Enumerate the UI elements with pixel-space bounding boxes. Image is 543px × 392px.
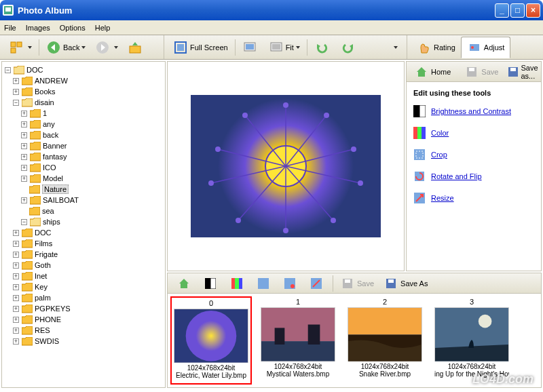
tree-toggle[interactable]: + <box>13 317 19 323</box>
tree-item[interactable]: +Frigate <box>5 249 162 260</box>
tree-item[interactable]: +ICO <box>5 162 162 173</box>
fit-width-button[interactable] <box>238 38 263 57</box>
up-button[interactable] <box>124 38 149 57</box>
tree-toggle[interactable]: + <box>21 165 27 171</box>
tree-item[interactable]: +Model <box>5 173 162 184</box>
tree-item[interactable]: +SAILBOAT <box>5 195 162 205</box>
tree-toggle[interactable]: + <box>13 306 19 312</box>
tree-toggle[interactable]: + <box>13 338 19 345</box>
tab-adjust[interactable]: Adjust <box>461 37 511 58</box>
tree-toggle[interactable]: + <box>13 284 19 290</box>
tree-item[interactable]: +fantasy <box>5 151 162 162</box>
svg-rect-42 <box>510 68 516 71</box>
tool-rotate[interactable]: Rotate and Flip <box>413 170 534 182</box>
undo-icon <box>314 40 329 55</box>
tree-toggle[interactable]: + <box>21 132 27 138</box>
tree-item[interactable]: −ships <box>5 216 162 227</box>
tree-toggle[interactable]: + <box>13 328 19 334</box>
tree-toggle[interactable]: + <box>21 111 27 117</box>
saveas-button[interactable]: Save as... <box>504 62 543 81</box>
tree-toggle[interactable]: + <box>13 252 19 258</box>
tree-toggle[interactable]: − <box>5 67 11 73</box>
tree-item[interactable]: +PGPKEYS <box>5 303 162 314</box>
tree-toggle[interactable]: + <box>13 78 19 84</box>
tree-toggle[interactable]: + <box>21 143 27 149</box>
tool-color[interactable]: Color <box>413 127 534 139</box>
thumb-home-button[interactable] <box>172 274 198 293</box>
tree-item[interactable]: Nature <box>5 184 162 195</box>
forward-button[interactable] <box>91 38 122 57</box>
tree-toggle[interactable]: + <box>13 241 19 247</box>
tree-toggle[interactable]: − <box>21 219 27 225</box>
fit-button[interactable]: Fit <box>265 38 304 57</box>
minimize-button[interactable]: _ <box>495 3 509 18</box>
menu-options[interactable]: Options <box>60 24 86 32</box>
tool-resize[interactable]: Resize <box>413 192 534 204</box>
tree-toggle[interactable]: + <box>21 176 27 182</box>
tree-label: ICO <box>43 163 56 172</box>
tree-item[interactable]: +DOC <box>5 227 162 238</box>
thumb-crop-button[interactable] <box>252 274 277 293</box>
tree-item[interactable]: +SWDIS <box>5 336 162 347</box>
tree-toggle[interactable]: + <box>13 89 19 95</box>
tree-item[interactable]: +Books <box>5 86 162 97</box>
close-button[interactable]: × <box>526 3 540 18</box>
fullscreen-button[interactable]: Full Screen <box>169 38 232 57</box>
tree-item[interactable]: +Inet <box>5 271 162 281</box>
tree-item[interactable]: +Key <box>5 281 162 292</box>
home-button[interactable]: Home <box>410 62 455 81</box>
undo-button[interactable] <box>310 38 335 57</box>
tree-toggle[interactable]: + <box>21 154 27 160</box>
tree-item[interactable]: +ANDREW <box>5 75 162 86</box>
views-button[interactable] <box>5 38 36 57</box>
window-titlebar: Photo Album _ □ × <box>0 0 543 20</box>
tree-label: Books <box>35 87 56 96</box>
tree-toggle[interactable]: + <box>13 230 19 236</box>
tree-item[interactable]: +Films <box>5 238 162 249</box>
tree-item[interactable]: +PHONE <box>5 314 162 325</box>
tree-toggle[interactable]: + <box>21 197 27 203</box>
thumbnail-item[interactable]: 1 1024x768x24bit Mystical Waters.bmp <box>257 296 339 385</box>
tree-item[interactable]: +any <box>5 119 162 130</box>
thumbnail-item[interactable]: 2 1024x768x24bit Snake River.bmp <box>344 296 426 385</box>
back-icon <box>46 40 61 55</box>
tree-toggle[interactable]: + <box>21 121 27 128</box>
tree-item[interactable]: sea <box>5 205 162 216</box>
thumbnail-item[interactable]: 0 1024x768x24bit Electric, Water Lily.bm… <box>170 296 252 385</box>
overflow-button[interactable] <box>388 38 402 57</box>
thumb-brightness-button[interactable] <box>199 274 224 293</box>
menu-images[interactable]: Images <box>26 24 50 32</box>
tree-toggle[interactable]: + <box>13 295 19 301</box>
tool-crop[interactable]: Crop <box>413 149 534 161</box>
tree-toggle[interactable]: + <box>13 273 19 279</box>
tree-item[interactable]: +1 <box>5 108 162 119</box>
tree-item[interactable]: −disain <box>5 97 162 108</box>
tree-item[interactable]: +Goth <box>5 260 162 271</box>
tree-label: any <box>43 120 55 128</box>
thumb-rotate-button[interactable] <box>278 274 303 293</box>
maximize-button[interactable]: □ <box>510 3 525 18</box>
thumb-color-button[interactable] <box>225 274 250 293</box>
thumb-save-label: Save <box>357 279 374 288</box>
save-button[interactable]: Save <box>460 62 502 81</box>
thumb-resize-button[interactable] <box>305 274 330 293</box>
tree-item[interactable]: +palm <box>5 292 162 303</box>
tree-item[interactable]: +RES <box>5 325 162 336</box>
tree-toggle[interactable]: + <box>13 262 19 269</box>
tree-item[interactable]: +Banner <box>5 140 162 151</box>
tree-toggle[interactable]: − <box>13 100 19 106</box>
tab-rating[interactable]: Rating <box>411 37 461 58</box>
back-button[interactable]: Back <box>42 38 90 57</box>
menu-help[interactable]: Help <box>95 24 111 32</box>
tree-item[interactable]: −DOC <box>5 64 162 75</box>
save-icon <box>508 64 519 79</box>
tool-brightness[interactable]: Brightness and Contrast <box>413 105 534 117</box>
menu-file[interactable]: File <box>4 24 16 32</box>
redo-button[interactable] <box>337 38 362 57</box>
thumb-save-button[interactable]: Save <box>336 274 378 293</box>
folder-tree[interactable]: −DOC+ANDREW+Books−disain+1+any+back+Bann… <box>1 61 166 388</box>
thumbnail-item[interactable]: 3 1024x768x24bit ing Up for the Night's … <box>431 296 512 385</box>
thumb-saveas-button[interactable]: Save As <box>379 274 432 293</box>
tree-label: sea <box>42 207 54 215</box>
tree-item[interactable]: +back <box>5 130 162 140</box>
